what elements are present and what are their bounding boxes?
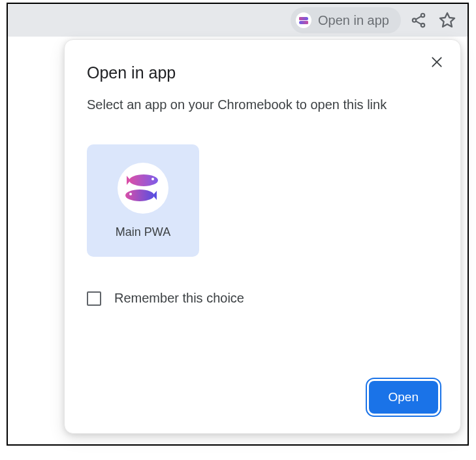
open-in-app-dialog: Open in app Select an app on your Chrome… bbox=[64, 39, 461, 434]
dialog-actions: Open bbox=[87, 381, 438, 414]
browser-toolbar: Open in app bbox=[8, 4, 468, 37]
remember-choice-checkbox[interactable]: Remember this choice bbox=[87, 291, 438, 306]
svg-point-10 bbox=[125, 189, 154, 201]
browser-frame: Open in app Open in app Select an a bbox=[7, 3, 469, 446]
open-button[interactable]: Open bbox=[369, 381, 438, 414]
close-button[interactable] bbox=[426, 52, 447, 73]
open-in-app-pill[interactable]: Open in app bbox=[291, 7, 401, 33]
checkbox-icon bbox=[87, 291, 101, 306]
bookmark-star-icon[interactable] bbox=[436, 9, 458, 31]
app-icon bbox=[296, 12, 311, 28]
close-icon bbox=[430, 56, 443, 69]
app-option-label: Main PWA bbox=[116, 225, 170, 239]
svg-line-3 bbox=[416, 16, 421, 20]
pill-label: Open in app bbox=[318, 13, 389, 28]
svg-point-8 bbox=[129, 174, 158, 186]
app-option-main-pwa[interactable]: Main PWA bbox=[87, 144, 199, 257]
dialog-title: Open in app bbox=[87, 63, 438, 82]
svg-marker-5 bbox=[440, 13, 454, 27]
dialog-subtitle: Select an app on your Chromebook to open… bbox=[87, 95, 438, 114]
svg-line-4 bbox=[416, 21, 421, 24]
remember-choice-label: Remember this choice bbox=[114, 291, 244, 306]
app-option-icon bbox=[118, 163, 168, 214]
svg-point-9 bbox=[151, 178, 154, 180]
svg-point-11 bbox=[129, 193, 132, 195]
share-icon[interactable] bbox=[407, 9, 430, 31]
